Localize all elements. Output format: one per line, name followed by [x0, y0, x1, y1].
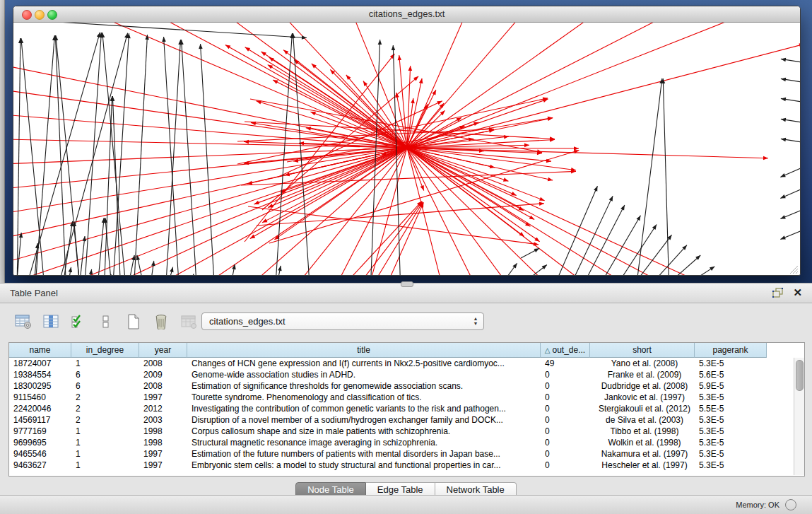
- cell-name: 19384554: [9, 369, 71, 380]
- reference-edge: [663, 78, 669, 276]
- cell-title: Investigating the contribution of common…: [187, 403, 541, 414]
- vertical-scrollbar[interactable]: [794, 358, 804, 475]
- cell-name: 9115460: [9, 392, 71, 403]
- cell-in_degree: 1: [71, 358, 139, 369]
- close-panel-icon[interactable]: ✕: [793, 286, 802, 299]
- citation-edge: [268, 148, 407, 207]
- table-settings-icon[interactable]: [14, 313, 33, 331]
- cell-pagerank: 5.9E-5: [695, 380, 767, 392]
- column-header-pagerank[interactable]: pagerank: [695, 343, 767, 358]
- arrowhead: [763, 156, 768, 160]
- arrowhead: [124, 33, 128, 38]
- cell-year: 1998: [139, 426, 187, 437]
- cell-pagerank: 5.6E-5: [695, 369, 767, 380]
- reference-edge: [56, 33, 128, 276]
- panel-resize-grip[interactable]: [401, 281, 413, 287]
- table-body: 1872400712008Changes of HCN gene express…: [9, 358, 804, 471]
- arrowhead: [574, 146, 579, 151]
- column-header-out_degree[interactable]: △out_de...: [541, 343, 590, 358]
- table-panel-header: Table Panel ✕: [0, 283, 812, 303]
- table-row[interactable]: 1872400712008Changes of HCN gene express…: [9, 358, 804, 369]
- table-row[interactable]: 911546021997Tourette syndrome. Phenomeno…: [9, 392, 804, 403]
- cell-pagerank: 5.3E-5: [695, 460, 767, 471]
- reference-edge: [21, 38, 45, 276]
- cell-out_degree: 0: [541, 460, 590, 471]
- reference-edge: [635, 78, 662, 276]
- column-header-year[interactable]: year: [139, 343, 187, 358]
- arrowhead: [511, 192, 517, 195]
- column-header-name[interactable]: name: [9, 343, 71, 358]
- citation-edge: [13, 148, 407, 263]
- arrowhead: [378, 40, 382, 45]
- table-row[interactable]: 2242004622012Investigating the contribut…: [9, 403, 804, 414]
- network-canvas[interactable]: [13, 23, 800, 276]
- arrowhead: [199, 44, 203, 49]
- arrowhead: [250, 235, 255, 239]
- citation-edge: [248, 206, 539, 245]
- window-resize-grip[interactable]: [789, 264, 799, 274]
- arrowhead: [781, 78, 786, 82]
- side-panel-divider[interactable]: [0, 0, 5, 283]
- reference-edge: [55, 35, 66, 276]
- arrowhead: [363, 81, 367, 86]
- reference-edge: [17, 38, 20, 276]
- arrowhead: [244, 140, 249, 144]
- table-row[interactable]: 1830029562008Estimation of significance …: [9, 380, 804, 392]
- citation-edge: [245, 47, 407, 148]
- arrowhead: [503, 177, 509, 181]
- citation-edge: [407, 148, 557, 276]
- select-stepper-icon: ▲▼: [471, 315, 480, 327]
- sort-ascending-icon: △: [545, 346, 551, 354]
- arrowhead: [548, 117, 553, 121]
- arrowhead: [780, 215, 786, 218]
- table-row[interactable]: 1938455462009Genome-wide association stu…: [9, 369, 804, 380]
- cell-name: 18300295: [9, 380, 71, 392]
- citation-edge: [13, 148, 407, 164]
- cell-year: 2008: [139, 380, 187, 392]
- reference-edge: [97, 218, 104, 276]
- select-all-check-icon[interactable]: [69, 313, 88, 331]
- citation-edge: [141, 148, 407, 276]
- citation-network-graph[interactable]: [13, 23, 800, 276]
- table-row[interactable]: 946554611997Estimation of the future num…: [9, 448, 804, 460]
- citation-edge: [407, 148, 540, 242]
- table-row[interactable]: 1456911722003Disruption of a novel membe…: [9, 414, 804, 426]
- show-columns-icon[interactable]: [42, 313, 60, 331]
- arrowhead: [432, 90, 436, 95]
- column-header-title[interactable]: title: [187, 343, 541, 358]
- rows-icon[interactable]: [97, 313, 115, 331]
- float-window-icon[interactable]: [772, 288, 784, 298]
- reference-edge: [187, 274, 194, 276]
- new-file-icon[interactable]: [124, 313, 143, 331]
- cell-short: Nakamura et al. (1997): [590, 448, 695, 460]
- arrowhead: [299, 141, 304, 146]
- cell-in_degree: 2: [71, 403, 139, 414]
- cell-pagerank: 5.3E-5: [695, 358, 767, 369]
- reference-edge: [56, 35, 81, 276]
- network-view-window[interactable]: citations_edges.txt: [13, 6, 801, 276]
- cell-out_degree: 0: [541, 426, 590, 437]
- table-source-select[interactable]: citations_edges.txt ▲▼: [201, 313, 484, 330]
- arrowhead: [534, 242, 539, 246]
- cell-name: 9699695: [9, 437, 71, 448]
- table-row[interactable]: 977716911998Corpus callosum shape and si…: [9, 426, 804, 437]
- cell-out_degree: 0: [541, 437, 590, 448]
- reference-edge: [35, 35, 54, 276]
- cell-year: 2012: [139, 403, 187, 414]
- column-header-in_degree[interactable]: in_degree: [71, 343, 139, 358]
- table-row[interactable]: 946362711997Embryonic stem cells: a mode…: [9, 460, 804, 471]
- column-header-short[interactable]: short: [590, 343, 695, 358]
- cell-in_degree: 1: [71, 460, 139, 471]
- arrowhead: [97, 33, 100, 38]
- cell-out_degree: 0: [541, 448, 590, 460]
- cell-name: 9463627: [9, 460, 71, 471]
- citation-edge: [407, 23, 522, 148]
- delete-trash-icon[interactable]: [152, 313, 170, 331]
- scrollbar-thumb[interactable]: [796, 360, 804, 391]
- table-row[interactable]: 969969511998Structural magnetic resonanc…: [9, 437, 804, 448]
- arrowhead: [609, 196, 613, 201]
- arrowhead: [310, 112, 316, 115]
- reference-edge: [74, 221, 81, 276]
- arrowhead: [170, 267, 173, 272]
- window-titlebar[interactable]: citations_edges.txt: [13, 6, 800, 23]
